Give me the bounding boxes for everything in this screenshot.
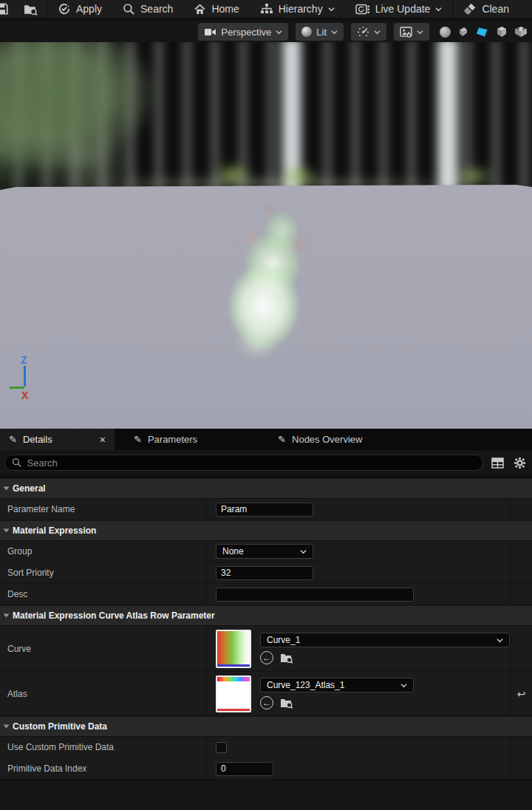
tab-nodes-overview[interactable]: ✎ Nodes Overview bbox=[269, 429, 371, 450]
browse-to-asset-button[interactable] bbox=[280, 697, 293, 709]
parameter-name-input[interactable] bbox=[216, 503, 313, 517]
save-button[interactable] bbox=[0, 0, 15, 18]
close-icon[interactable]: × bbox=[100, 434, 106, 446]
parameter-name-label: Parameter Name bbox=[0, 499, 207, 520]
search-field[interactable] bbox=[4, 455, 483, 471]
tab-parameters-label: Parameters bbox=[148, 434, 197, 445]
use-selected-asset-button[interactable]: ← bbox=[260, 651, 273, 664]
display-filter-button[interactable] bbox=[489, 455, 505, 471]
tab-nodes-overview-label: Nodes Overview bbox=[292, 434, 362, 445]
tab-details[interactable]: ✎ Details × bbox=[0, 429, 115, 450]
lit-dropdown[interactable]: Lit bbox=[296, 23, 344, 41]
axis-gizmo: Z X bbox=[6, 355, 50, 407]
clean-button[interactable]: Clean bbox=[453, 0, 519, 18]
desc-input[interactable] bbox=[216, 588, 414, 602]
reset-to-default-button[interactable]: ↩ bbox=[511, 672, 532, 715]
preview-cylinder-button[interactable] bbox=[457, 26, 469, 38]
curve-asset-value: Curve_1 bbox=[267, 635, 300, 645]
row-primitive-data-index: Primitive Data Index bbox=[0, 758, 532, 780]
viewport-background-photo bbox=[0, 42, 532, 193]
view-options-dropdown[interactable] bbox=[351, 23, 386, 41]
section-general-label: General bbox=[13, 483, 46, 494]
chevron-down-icon bbox=[328, 6, 335, 13]
row-extra-cell bbox=[511, 758, 532, 779]
section-custom-primitive-data[interactable]: Custom Primitive Data bbox=[0, 716, 532, 737]
home-button[interactable]: Home bbox=[183, 0, 249, 18]
section-curve-atlas-label: Material Expression Curve Atlas Row Para… bbox=[13, 610, 215, 621]
section-custom-primitive-data-label: Custom Primitive Data bbox=[13, 721, 107, 732]
chevron-down-icon bbox=[400, 682, 407, 689]
atlas-asset-dropdown[interactable]: Curve_123_Atlas_1 bbox=[260, 678, 414, 692]
row-extra-cell bbox=[511, 626, 532, 671]
main-toolbar: Apply Search Home Hierarchy Live Update … bbox=[0, 0, 532, 18]
use-selected-asset-button[interactable]: ← bbox=[260, 696, 273, 709]
section-material-expression-label: Material Expression bbox=[13, 525, 96, 536]
chevron-down-icon bbox=[276, 29, 282, 35]
clean-label: Clean bbox=[482, 3, 509, 15]
material-preview-flame bbox=[213, 196, 324, 358]
expander-icon bbox=[4, 529, 10, 533]
details-icon: ✎ bbox=[9, 434, 17, 445]
row-extra-cell bbox=[511, 562, 532, 583]
use-custom-primitive-data-checkbox[interactable] bbox=[216, 742, 227, 753]
axis-x-line bbox=[10, 387, 24, 389]
search-label: Search bbox=[140, 3, 173, 15]
preview-shape-buttons bbox=[437, 26, 528, 38]
apply-button[interactable]: Apply bbox=[47, 0, 112, 18]
chevron-down-icon bbox=[435, 6, 442, 13]
preview-viewport[interactable]: Z X bbox=[0, 42, 532, 429]
expander-icon bbox=[4, 725, 10, 729]
section-material-expression[interactable]: Material Expression bbox=[0, 520, 532, 541]
axis-x-label: X bbox=[21, 389, 28, 401]
settings-button[interactable] bbox=[511, 455, 528, 471]
search-icon bbox=[12, 457, 22, 468]
section-curve-atlas[interactable]: Material Expression Curve Atlas Row Para… bbox=[0, 605, 532, 626]
curve-thumbnail[interactable] bbox=[216, 630, 251, 668]
tab-details-label: Details bbox=[23, 434, 52, 445]
browse-to-asset-button[interactable] bbox=[280, 652, 293, 664]
image-icon bbox=[400, 27, 412, 38]
row-sort-priority: Sort Priority bbox=[0, 562, 532, 584]
apply-label: Apply bbox=[76, 3, 102, 15]
desc-label: Desc bbox=[0, 584, 207, 605]
sort-priority-label: Sort Priority bbox=[0, 562, 207, 583]
search-input[interactable] bbox=[27, 457, 476, 469]
primitive-data-index-input[interactable] bbox=[216, 762, 273, 776]
atlas-asset-value: Curve_123_Atlas_1 bbox=[267, 680, 344, 690]
curve-label: Curve bbox=[0, 626, 207, 671]
axis-z-line bbox=[24, 366, 26, 387]
row-curve: Curve Curve_1 ← bbox=[0, 626, 532, 672]
apply-icon bbox=[58, 2, 71, 16]
panel-tab-bar: ✎ Details × ✎ Parameters ✎ Nodes Overvie… bbox=[0, 429, 532, 450]
live-update-label: Live Update bbox=[375, 3, 431, 15]
perspective-label: Perspective bbox=[221, 27, 271, 38]
sort-priority-input[interactable] bbox=[216, 566, 313, 580]
preview-mesh-button[interactable] bbox=[514, 26, 528, 38]
preview-plane-button[interactable] bbox=[476, 27, 489, 38]
hierarchy-button[interactable]: Hierarchy bbox=[250, 0, 345, 18]
group-dropdown[interactable]: None bbox=[216, 544, 313, 559]
preview-cube-button[interactable] bbox=[496, 26, 508, 38]
curve-asset-dropdown[interactable]: Curve_1 bbox=[260, 633, 510, 647]
live-update-icon bbox=[355, 3, 370, 16]
clean-icon bbox=[463, 2, 477, 16]
atlas-thumbnail[interactable] bbox=[216, 675, 251, 712]
home-icon bbox=[194, 3, 206, 16]
screenshot-dropdown[interactable] bbox=[394, 23, 429, 41]
hierarchy-icon bbox=[260, 3, 273, 15]
expander-icon bbox=[4, 614, 10, 618]
tab-parameters[interactable]: ✎ Parameters bbox=[125, 429, 206, 450]
row-use-custom-primitive-data: Use Custom Primitive Data bbox=[0, 737, 532, 758]
section-general[interactable]: General bbox=[0, 478, 532, 499]
search-button[interactable]: Search bbox=[112, 0, 183, 18]
atlas-label: Atlas bbox=[0, 672, 207, 715]
browse-button[interactable] bbox=[15, 0, 47, 18]
viewport-toolbar: Perspective Lit bbox=[0, 18, 532, 42]
save-icon bbox=[0, 2, 9, 16]
row-extra-cell bbox=[511, 584, 532, 605]
perspective-dropdown[interactable]: Perspective bbox=[198, 23, 288, 41]
chevron-down-icon bbox=[417, 29, 423, 35]
row-parameter-name: Parameter Name bbox=[0, 499, 532, 520]
preview-sphere-button[interactable] bbox=[440, 27, 451, 38]
live-update-button[interactable]: Live Update bbox=[345, 0, 453, 18]
